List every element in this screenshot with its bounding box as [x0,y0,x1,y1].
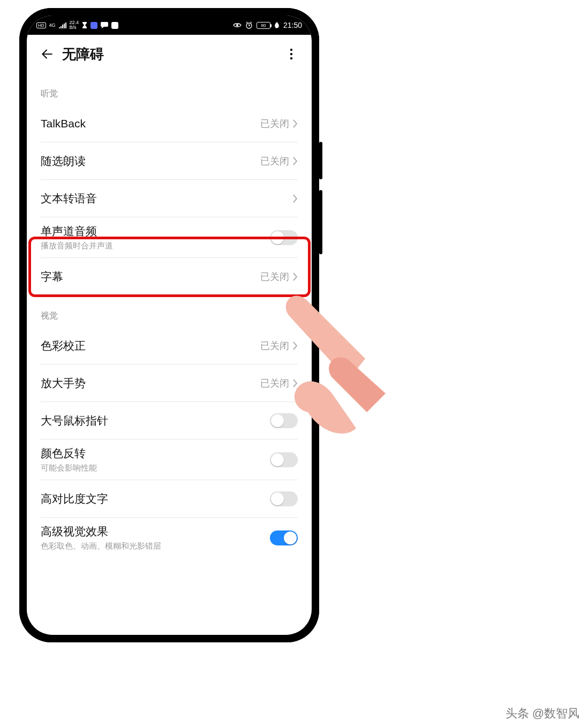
row-label: 大号鼠标指针 [41,413,270,428]
row-label: 文本转语音 [41,191,292,206]
status-bar: HD 4G 22.4 B/s 80 [27,16,312,35]
row-tts[interactable]: 文本转语音 [41,180,298,217]
row-label: 放大手势 [41,376,260,391]
row-high-contrast-text[interactable]: 高对比度文字 [41,480,298,518]
svg-point-4 [290,57,292,59]
more-vertical-icon [290,48,293,60]
row-label: 色彩校正 [41,338,260,353]
network-icon: 4G [49,23,56,28]
toggle-large-cursor[interactable] [270,413,298,428]
row-talkback[interactable]: TalkBack 已关闭 [41,105,298,142]
row-label: 随选朗读 [41,154,260,169]
row-sublabel: 可能会影响性能 [41,463,270,473]
chevron-right-icon [292,194,298,203]
clock-time: 21:50 [283,21,302,29]
row-advanced-visual[interactable]: 高级视觉效果 色彩取色、动画、模糊和光影错层 [41,518,298,558]
net-speed: 22.4 B/s [70,20,79,30]
settings-list[interactable]: 听觉 TalkBack 已关闭 随选朗读 已关闭 文本转语音 [27,73,312,635]
header: 无障碍 [27,35,312,73]
svg-point-2 [290,49,292,51]
row-status: 已关闭 [260,377,289,390]
hourglass-icon [82,22,87,28]
watermark: 头条 @数智风 [506,706,579,722]
row-read-aloud[interactable]: 随选朗读 已关闭 [41,142,298,180]
section-hearing: 听觉 [41,73,298,105]
toggle-high-contrast[interactable] [270,491,298,506]
chevron-right-icon [292,378,298,388]
app-icon-1 [91,22,97,29]
row-color-correction[interactable]: 色彩校正 已关闭 [41,327,298,365]
row-status: 已关闭 [260,270,289,283]
hd-icon: HD [36,22,46,28]
more-button[interactable] [282,44,301,64]
row-sublabel: 播放音频时合并声道 [41,241,270,251]
section-visual: 视觉 [41,295,298,327]
row-sublabel: 色彩取色、动画、模糊和光影错层 [41,541,270,551]
row-label: 单声道音频 [41,224,270,239]
phone-frame: HD 4G 22.4 B/s 80 [19,8,319,642]
row-status: 已关闭 [260,117,289,130]
row-label: 颜色反转 [41,446,270,461]
row-status: 已关闭 [260,339,289,352]
leaf-icon [274,22,280,28]
back-button[interactable] [37,44,57,64]
row-label: TalkBack [41,117,260,130]
row-label: 高对比度文字 [41,491,270,506]
alarm-icon [245,21,253,29]
row-color-inversion[interactable]: 颜色反转 可能会影响性能 [41,439,298,480]
chevron-right-icon [292,119,298,128]
app-icon-2 [111,22,118,29]
toggle-advanced-visual[interactable] [270,530,298,545]
eye-icon [233,22,242,28]
screen: HD 4G 22.4 B/s 80 [27,16,312,635]
svg-point-0 [236,24,238,26]
signal-icon [59,22,66,28]
svg-point-3 [290,53,292,55]
row-large-cursor[interactable]: 大号鼠标指针 [41,402,298,439]
row-label: 字幕 [41,269,260,284]
chat-icon [101,22,108,28]
battery-icon: 80 [257,22,270,29]
chevron-right-icon [292,272,298,282]
row-magnify-gesture[interactable]: 放大手势 已关闭 [41,365,298,402]
chevron-right-icon [292,156,298,166]
row-label: 高级视觉效果 [41,524,270,539]
row-mono-audio[interactable]: 单声道音频 播放音频时合并声道 [41,217,298,258]
back-arrow-icon [40,47,54,61]
row-status: 已关闭 [260,155,289,168]
chevron-right-icon [292,341,298,351]
toggle-mono-audio[interactable] [270,230,298,245]
toggle-color-inversion[interactable] [270,452,298,467]
row-subtitles[interactable]: 字幕 已关闭 [41,258,298,295]
power-button [319,190,322,254]
page-title: 无障碍 [62,45,282,64]
volume-button [319,142,322,179]
